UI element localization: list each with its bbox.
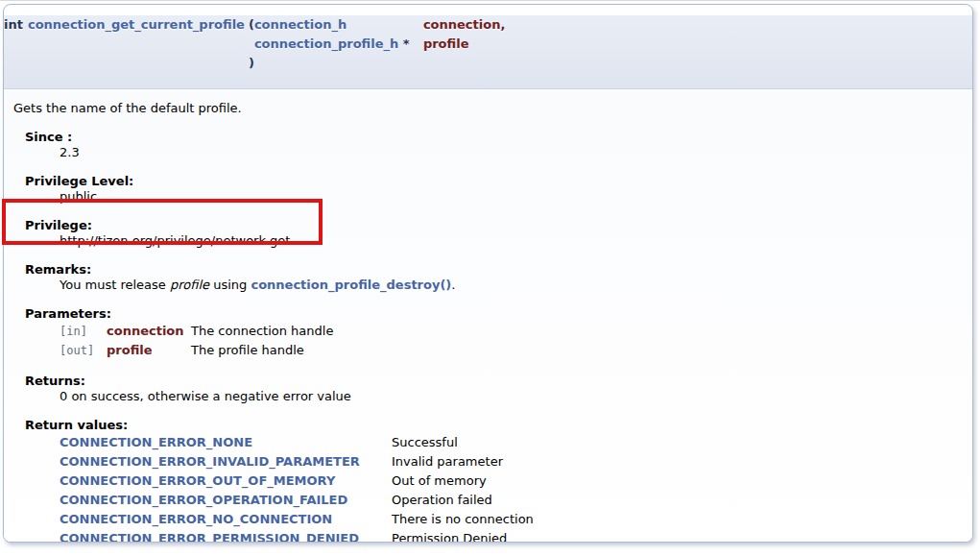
return-value-row: CONNECTION_ERROR_NONE Successful <box>60 433 534 452</box>
parameter-row: [out] profile The profile handle <box>60 341 333 360</box>
function-doc-item: intconnection_get_current_profile( conne… <box>3 4 973 543</box>
error-code-link[interactable]: CONNECTION_ERROR_INVALID_PARAMETER <box>60 454 360 469</box>
param-description: The profile handle <box>191 341 333 360</box>
error-code-description: Operation failed <box>392 491 534 510</box>
api-doc-page: intconnection_get_current_profile( conne… <box>0 0 980 556</box>
signature-table: intconnection_get_current_profile( conne… <box>4 15 505 73</box>
param-direction: [out] <box>60 341 107 360</box>
param-type-link[interactable]: connection_profile_h <box>254 36 398 51</box>
param-name: profile <box>107 341 191 360</box>
remarks-text: You must release profile using connectio… <box>60 278 963 293</box>
remarks-label: Remarks: <box>25 262 963 278</box>
error-code-description: Successful <box>392 433 534 452</box>
return-values-label: Return values: <box>25 418 963 433</box>
since-section: Since : 2.3 <box>25 130 963 160</box>
signature-param-name: profile <box>423 36 469 51</box>
error-code-description: Out of memory <box>392 471 534 491</box>
param-type-link[interactable]: connection_h <box>254 17 347 32</box>
param-name: connection <box>107 322 191 341</box>
error-code-description: There is no connection <box>392 510 534 529</box>
error-code-description: Invalid parameter <box>392 452 534 471</box>
return-type: int <box>4 17 23 32</box>
error-code-link[interactable]: CONNECTION_ERROR_OUT_OF_MEMORY <box>60 473 335 488</box>
signature-row: intconnection_get_current_profile( conne… <box>4 15 505 35</box>
function-name-link[interactable]: connection_get_current_profile <box>28 17 245 32</box>
return-value-row: CONNECTION_ERROR_OUT_OF_MEMORY Out of me… <box>60 471 534 491</box>
since-label: Since : <box>25 130 963 145</box>
param-direction: [in] <box>60 322 107 341</box>
param-description: The connection handle <box>191 322 333 341</box>
since-value: 2.3 <box>60 145 963 160</box>
privilege-level-label: Privilege Level: <box>25 174 963 189</box>
param-type-suffix: * <box>398 36 409 51</box>
parameter-row: [in] connection The connection handle <box>60 322 333 341</box>
return-value-row: CONNECTION_ERROR_INVALID_PARAMETER Inval… <box>60 452 534 471</box>
signature-row: ) <box>4 54 505 73</box>
signature-param-name: connection, <box>423 17 505 32</box>
return-value-row: CONNECTION_ERROR_OPERATION_FAILED Operat… <box>60 491 534 510</box>
function-signature: intconnection_get_current_profile( conne… <box>4 15 972 89</box>
error-code-link[interactable]: CONNECTION_ERROR_NO_CONNECTION <box>60 512 332 526</box>
returns-label: Returns: <box>25 374 963 389</box>
return-values-table: CONNECTION_ERROR_NONE Successful CONNECT… <box>60 433 534 543</box>
return-values-section: Return values: CONNECTION_ERROR_NONE Suc… <box>25 418 963 543</box>
brief-description: Gets the name of the default profile. <box>13 101 963 116</box>
remarks-param-ref: profile <box>170 278 209 292</box>
error-code-description: Permission Denied <box>392 529 534 543</box>
error-code-link[interactable]: CONNECTION_ERROR_NONE <box>60 435 252 449</box>
parameters-label: Parameters: <box>25 306 963 322</box>
returns-section: Returns: 0 on success, otherwise a negat… <box>25 374 963 404</box>
function-doc-body: Gets the name of the default profile. Si… <box>4 89 972 543</box>
remarks-suffix: . <box>451 278 455 292</box>
error-code-link[interactable]: CONNECTION_ERROR_PERMISSION_DENIED <box>60 531 359 543</box>
return-value-row: CONNECTION_ERROR_PERMISSION_DENIED Permi… <box>60 529 534 543</box>
close-paren: ) <box>249 56 254 70</box>
remarks-prefix: You must release <box>60 278 170 292</box>
error-code-link[interactable]: CONNECTION_ERROR_OPERATION_FAILED <box>60 493 347 507</box>
remarks-middle: using <box>209 278 251 292</box>
parameters-table: [in] connection The connection handle [o… <box>60 322 333 360</box>
privilege-highlight-box <box>2 199 323 245</box>
returns-value: 0 on success, otherwise a negative error… <box>60 389 963 404</box>
page-top-divider <box>0 0 980 1</box>
remarks-section: Remarks: You must release profile using … <box>25 262 963 293</box>
signature-row: connection_profile_h * profile <box>4 35 505 54</box>
return-value-row: CONNECTION_ERROR_NO_CONNECTION There is … <box>60 510 534 529</box>
parameters-section: Parameters: [in] connection The connecti… <box>25 306 963 360</box>
destroy-function-link[interactable]: connection_profile_destroy() <box>251 278 451 292</box>
